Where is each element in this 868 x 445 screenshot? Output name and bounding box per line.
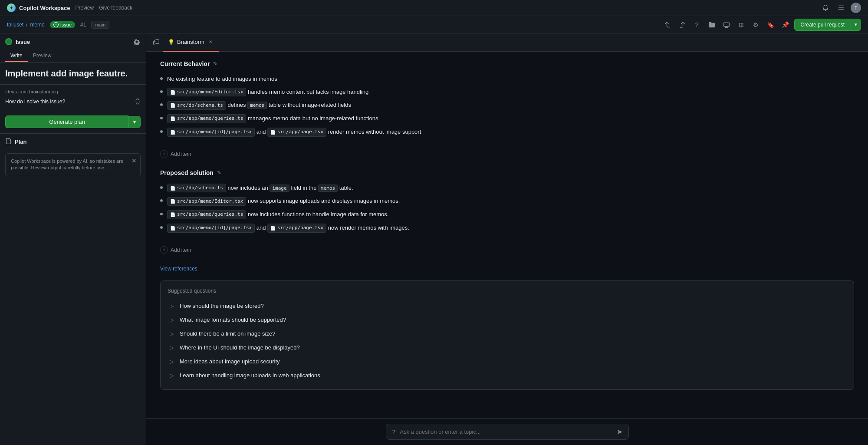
- add-item-proposed[interactable]: + Add item: [160, 244, 854, 257]
- list-item: 📄src/db/schema.ts now includes an image …: [160, 181, 854, 195]
- issue-title-area: Implement add image feautre.: [0, 63, 146, 85]
- brand: ✦ Copilot Workspace: [7, 3, 70, 12]
- suggested-item-4[interactable]: ▷ Where in the UI should the image be di…: [168, 341, 847, 355]
- send-button[interactable]: ➤: [617, 428, 622, 436]
- list-item: 📄src/app/memo/Editor.tsx now supports im…: [160, 194, 854, 208]
- code-ref: 📄src/app/memo/[id]/page.tsx: [167, 224, 255, 233]
- play-icon-3: ▷: [168, 330, 175, 338]
- redo-button[interactable]: [676, 19, 688, 31]
- inline-code: image: [270, 185, 289, 192]
- give-feedback-link[interactable]: Give feedback: [99, 5, 132, 11]
- brainstorm-label: Ideas from brainstorming: [5, 89, 141, 94]
- preview-badge[interactable]: Preview: [76, 5, 94, 11]
- ai-notice-close-button[interactable]: ✕: [132, 157, 137, 164]
- plan-section: Plan: [0, 134, 146, 150]
- content-sidebar-toggle[interactable]: [153, 39, 159, 46]
- question-input-box: ? ➤: [386, 424, 629, 440]
- suggested-question-1: How should the image be stored?: [180, 303, 264, 309]
- proposed-solution-section: Proposed solution ✎ 📄src/db/schema.ts no…: [160, 169, 854, 257]
- current-behavior-title: Current Behavior: [160, 60, 210, 67]
- add-icon-proposed: +: [160, 246, 168, 254]
- settings-button[interactable]: ⚙: [750, 19, 762, 31]
- brainstorm-tab-close[interactable]: ✕: [207, 39, 214, 46]
- proposed-solution-header: Proposed solution ✎: [160, 169, 854, 176]
- list-item: 📄src/app/memo/[id]/page.tsx and 📄src/app…: [160, 221, 854, 235]
- breadcrumb-repo[interactable]: memo: [30, 22, 44, 28]
- plan-title: Plan: [15, 138, 26, 145]
- generate-plan-area: Generate plan ▾: [0, 110, 146, 134]
- ai-notice: Copilot Workspace is powered by AI, so m…: [5, 153, 141, 176]
- copilot-logo: ✦: [7, 3, 16, 12]
- sidebar-issue-header: Issue: [0, 33, 146, 50]
- list-item: 📄src/app/memo/queries.ts now includes fu…: [160, 208, 854, 221]
- tab-write[interactable]: Write: [5, 50, 28, 62]
- tab-preview[interactable]: Preview: [28, 50, 57, 62]
- create-pr-main-button[interactable]: Create pull request: [794, 19, 851, 31]
- brainstorm-delete-button[interactable]: [135, 99, 141, 105]
- suggested-item-2[interactable]: ▷ What image formats should be supported…: [168, 313, 847, 327]
- suggested-questions-box: Suggested questions ▷ How should the ima…: [160, 280, 854, 390]
- plan-icon: [5, 138, 11, 145]
- undo-button[interactable]: [661, 19, 674, 31]
- main-content: 💡 Brainstorm ✕ Current Behavior ✎ No exi…: [146, 33, 868, 445]
- screen-button[interactable]: [720, 19, 733, 31]
- add-icon: +: [160, 150, 168, 158]
- generate-plan-button[interactable]: Generate plan: [5, 115, 128, 128]
- hamburger-button[interactable]: [835, 2, 847, 14]
- breadcrumb: tolluset / memo: [7, 22, 45, 28]
- suggested-question-3: Should there be a limit on image size?: [180, 330, 275, 337]
- add-item-current[interactable]: + Add item: [160, 148, 854, 161]
- suggested-question-4: Where in the UI should the image be disp…: [180, 344, 300, 351]
- ai-notice-text: Copilot Workspace is powered by AI, so m…: [11, 158, 135, 171]
- main-layout: Issue Write Preview Implement add image …: [0, 33, 868, 445]
- view-references-link[interactable]: View references: [160, 266, 197, 272]
- brainstorm-tab-label: Brainstorm: [177, 39, 204, 45]
- bookmark-button[interactable]: 🔖: [765, 19, 777, 31]
- top-nav: ✦ Copilot Workspace Preview Give feedbac…: [0, 0, 868, 16]
- question-input[interactable]: [400, 429, 612, 435]
- inline-code: memos: [247, 102, 267, 109]
- branch-badge[interactable]: main: [91, 21, 109, 29]
- create-pr-dropdown-button[interactable]: ▾: [851, 19, 861, 31]
- issue-label: Issue: [60, 22, 72, 27]
- list-item: 📄src/app/memo/Editor.tsx handles memo co…: [160, 86, 854, 99]
- create-pr-button-group: Create pull request ▾: [794, 19, 861, 31]
- proposed-solution-title: Proposed solution: [160, 169, 214, 176]
- second-nav: tolluset / memo Issue #1 main ? ⊞ ⚙ 🔖 📌 …: [0, 16, 868, 33]
- code-ref: 📄src/app/page.tsx: [267, 128, 326, 137]
- suggested-item-6[interactable]: ▷ Learn about handling image uploads in …: [168, 369, 847, 382]
- code-ref: 📄src/db/schema.ts: [167, 184, 226, 193]
- brainstorm-item: How do i solve this issue?: [5, 98, 141, 105]
- play-icon-2: ▷: [168, 316, 175, 324]
- current-behavior-edit-icon[interactable]: ✎: [213, 61, 217, 67]
- brainstorm-tab[interactable]: 💡 Brainstorm ✕: [163, 33, 219, 52]
- sidebar-gear-button[interactable]: [133, 38, 141, 46]
- pin-button[interactable]: 📌: [779, 19, 792, 31]
- suggested-question-6: Learn about handling image uploads in we…: [180, 372, 320, 379]
- suggested-item-1[interactable]: ▷ How should the image be stored?: [168, 299, 847, 313]
- proposed-edit-icon[interactable]: ✎: [217, 170, 221, 176]
- breadcrumb-user[interactable]: tolluset: [7, 22, 23, 28]
- help-button[interactable]: ?: [691, 19, 703, 31]
- generate-plan-dropdown[interactable]: ▾: [128, 116, 141, 128]
- issue-status-dot: [5, 38, 12, 45]
- bell-button[interactable]: [819, 2, 832, 14]
- second-nav-right: ? ⊞ ⚙ 🔖 📌 Create pull request ▾: [661, 19, 861, 31]
- input-help-icon: ?: [392, 429, 396, 435]
- list-item: No existing feature to add images in mem…: [160, 73, 854, 86]
- folder-button[interactable]: [706, 19, 718, 31]
- code-ref: 📄src/db/schema.ts: [167, 101, 226, 110]
- avatar[interactable]: T: [851, 3, 861, 13]
- code-ref: 📄src/app/memo/[id]/page.tsx: [167, 128, 255, 137]
- current-behavior-header: Current Behavior ✎: [160, 60, 854, 67]
- suggested-item-3[interactable]: ▷ Should there be a limit on image size?: [168, 327, 847, 341]
- current-behavior-list: No existing feature to add images in mem…: [160, 73, 854, 139]
- code-ref: 📄src/app/memo/Editor.tsx: [167, 197, 246, 206]
- add-item-label: Add item: [171, 151, 191, 157]
- suggested-item-5[interactable]: ▷ More ideas about image upload security: [168, 355, 847, 369]
- suggested-question-2: What image formats should be supported?: [180, 316, 286, 323]
- grid-button[interactable]: ⊞: [735, 19, 747, 31]
- suggested-question-5: More ideas about image upload security: [180, 358, 280, 365]
- play-icon-4: ▷: [168, 344, 175, 352]
- content-tab-bar: 💡 Brainstorm ✕: [146, 33, 868, 52]
